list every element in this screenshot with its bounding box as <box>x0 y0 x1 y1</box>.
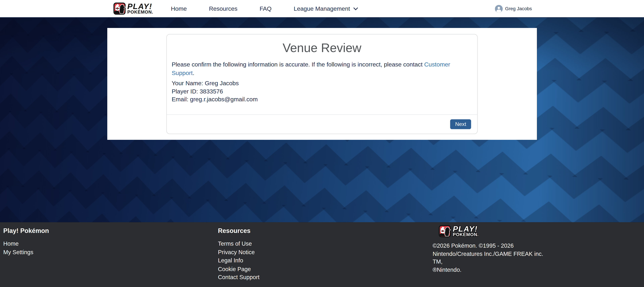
footer-link-terms-of-use[interactable]: Terms of Use <box>218 240 252 247</box>
player-id-line: Player ID: 3833576 <box>172 88 472 96</box>
site-footer: Play! Pokémon Home My Settings Resources… <box>0 222 644 287</box>
footer-col-resources: Resources Terms of Use Privacy Notice Le… <box>215 225 430 282</box>
nav-item-faq[interactable]: FAQ <box>248 5 282 12</box>
confirm-text-suffix: . <box>192 70 194 76</box>
list-item: My Settings <box>3 248 215 256</box>
confirm-instructions: Please confirm the following information… <box>172 60 472 77</box>
list-item: Privacy Notice <box>218 248 429 256</box>
next-button[interactable]: Next <box>450 119 471 129</box>
list-item: Terms of Use <box>218 240 429 248</box>
play-pokemon-logo[interactable]: PLAY! POKÉMON. <box>113 2 153 15</box>
logo-wordmark: PLAY! POKÉMON. <box>128 3 153 14</box>
footer-links-play-pokemon: Home My Settings <box>3 240 215 256</box>
footer-heading-play-pokemon: Play! Pokémon <box>3 227 215 235</box>
footer-play-pokemon-logo: PLAY! POKÉMON. <box>439 225 644 237</box>
copyright-line: ®Nintendo. <box>433 266 550 274</box>
list-item: Legal Info <box>218 256 429 265</box>
list-item: Cookie Page <box>218 265 429 273</box>
nav-item-home[interactable]: Home <box>160 5 198 12</box>
user-menu[interactable]: Greg Jacobs <box>495 0 532 17</box>
user-name: Greg Jacobs <box>505 6 532 11</box>
footer-heading-resources: Resources <box>218 227 429 235</box>
footer-link-legal-info[interactable]: Legal Info <box>218 257 243 264</box>
footer-logo-play-text: PLAY! <box>453 226 479 232</box>
venue-review-card-footer: Next <box>167 114 477 134</box>
player-name-line: Your Name: Greg Jacobs <box>172 79 472 88</box>
logo-play-text: PLAY! <box>128 3 153 9</box>
footer-col-play-pokemon: Play! Pokémon Home My Settings <box>0 225 215 282</box>
player-email-line: Email: greg.r.jacobs@gmail.com <box>172 96 472 104</box>
user-avatar-icon <box>495 5 503 12</box>
footer-logo-wordmark: PLAY! POKÉMON. <box>453 226 479 237</box>
page-title: Venue Review <box>172 40 472 55</box>
venue-review-card: Venue Review Please confirm the followin… <box>166 34 478 134</box>
content-panel: Venue Review Please confirm the followin… <box>107 28 537 140</box>
footer-columns: Play! Pokémon Home My Settings Resources… <box>0 222 644 282</box>
play-pokemon-logo-icon <box>113 2 126 15</box>
nav-item-resources[interactable]: Resources <box>198 5 248 12</box>
player-info-block: Your Name: Greg Jacobs Player ID: 383357… <box>172 79 472 104</box>
list-item: Home <box>3 240 215 248</box>
main-nav: Home Resources FAQ League Management <box>160 5 369 12</box>
confirm-text-prefix: Please confirm the following information… <box>172 61 424 68</box>
footer-links-resources: Terms of Use Privacy Notice Legal Info C… <box>218 240 429 282</box>
footer-link-contact-support[interactable]: Contact Support <box>218 274 260 281</box>
copyright-line: ©2026 Pokémon. ©1995 - 2026 <box>433 242 550 250</box>
footer-logo-pokemon-text: POKÉMON. <box>453 232 479 237</box>
top-navigation-bar: PLAY! POKÉMON. Home Resources FAQ League… <box>0 0 644 17</box>
nav-league-management-label: League Management <box>294 5 350 12</box>
copyright-line: Nintendo/Creatures Inc./GAME FREAK inc. … <box>433 250 550 266</box>
venue-review-card-body: Venue Review Please confirm the followin… <box>167 34 477 115</box>
header-container: PLAY! POKÉMON. Home Resources FAQ League… <box>107 0 537 17</box>
list-item: Contact Support <box>218 273 429 282</box>
footer-link-home[interactable]: Home <box>3 240 19 247</box>
footer-col-legal: PLAY! POKÉMON. ©2026 Pokémon. ©1995 - 20… <box>429 225 644 282</box>
footer-play-pokemon-logo-icon <box>439 225 451 237</box>
nav-item-league-management[interactable]: League Management <box>282 5 369 12</box>
footer-link-privacy-notice[interactable]: Privacy Notice <box>218 249 254 255</box>
logo-pokemon-text: POKÉMON. <box>128 10 153 14</box>
viewport-scaler: PLAY! POKÉMON. Home Resources FAQ League… <box>0 0 644 287</box>
chevron-down-icon <box>353 7 358 11</box>
footer-link-cookie-page[interactable]: Cookie Page <box>218 266 251 272</box>
footer-link-my-settings[interactable]: My Settings <box>3 249 33 255</box>
copyright-text: ©2026 Pokémon. ©1995 - 2026 Nintendo/Cre… <box>433 242 550 274</box>
page: PLAY! POKÉMON. Home Resources FAQ League… <box>0 0 644 287</box>
main-background: Venue Review Please confirm the followin… <box>0 17 644 222</box>
